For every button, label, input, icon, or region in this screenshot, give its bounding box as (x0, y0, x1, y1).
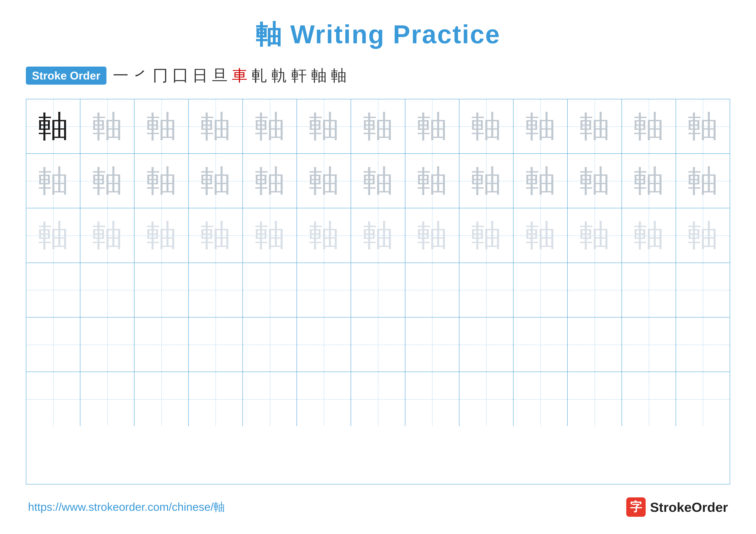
cell-2-2[interactable]: 軸 (80, 154, 134, 208)
char-1-10: 軸 (526, 111, 555, 141)
cell-5-2[interactable] (80, 318, 134, 371)
cell-3-7[interactable]: 軸 (351, 208, 405, 262)
cell-5-9[interactable] (459, 318, 514, 371)
char-3-6: 軸 (309, 220, 339, 250)
cell-5-3[interactable] (134, 318, 189, 371)
stroke-7: 車 (232, 65, 247, 86)
cell-3-12[interactable]: 軸 (622, 208, 676, 262)
cell-5-6[interactable] (297, 318, 351, 371)
cell-1-9[interactable]: 軸 (459, 99, 514, 153)
char-2-7: 軸 (363, 166, 393, 196)
cell-2-7[interactable]: 軸 (351, 154, 405, 208)
cell-6-9[interactable] (459, 372, 514, 426)
cell-6-8[interactable] (405, 372, 459, 426)
cell-1-12[interactable]: 軸 (622, 99, 676, 153)
char-2-8: 軸 (417, 166, 447, 196)
cell-6-10[interactable] (514, 372, 568, 426)
cell-5-1[interactable] (26, 318, 80, 371)
cell-5-5[interactable] (243, 318, 297, 371)
cell-2-12[interactable]: 軸 (622, 154, 676, 208)
cell-5-10[interactable] (514, 318, 568, 371)
cell-3-11[interactable]: 軸 (568, 208, 622, 262)
cell-3-1[interactable]: 軸 (26, 208, 80, 262)
cell-6-1[interactable] (26, 372, 80, 426)
cell-2-9[interactable]: 軸 (459, 154, 514, 208)
cell-3-3[interactable]: 軸 (134, 208, 189, 262)
char-1-13: 軸 (688, 111, 718, 141)
cell-6-12[interactable] (622, 372, 676, 426)
cell-1-4[interactable]: 軸 (189, 99, 243, 153)
cell-5-11[interactable] (568, 318, 622, 371)
cell-1-7[interactable]: 軸 (351, 99, 405, 153)
cell-6-2[interactable] (80, 372, 134, 426)
cell-3-8[interactable]: 軸 (405, 208, 459, 262)
cell-5-7[interactable] (351, 318, 405, 371)
char-2-9: 軸 (471, 166, 501, 196)
cell-4-12[interactable] (622, 263, 676, 317)
cell-6-3[interactable] (134, 372, 189, 426)
cell-1-1[interactable]: 軸 (26, 99, 80, 153)
grid-row-2: 軸 軸 軸 軸 軸 軸 軸 軸 軸 軸 軸 軸 軸 (26, 154, 730, 208)
stroke-5: 日 (192, 65, 208, 86)
cell-3-6[interactable]: 軸 (297, 208, 351, 262)
cell-3-4[interactable]: 軸 (189, 208, 243, 262)
cell-2-8[interactable]: 軸 (405, 154, 459, 208)
cell-4-10[interactable] (514, 263, 568, 317)
cell-1-2[interactable]: 軸 (80, 99, 134, 153)
cell-4-13[interactable] (676, 263, 730, 317)
cell-4-11[interactable] (568, 263, 622, 317)
cell-4-4[interactable] (189, 263, 243, 317)
cell-1-11[interactable]: 軸 (568, 99, 622, 153)
cell-5-4[interactable] (189, 318, 243, 371)
char-1-6: 軸 (309, 111, 339, 141)
cell-3-2[interactable]: 軸 (80, 208, 134, 262)
cell-6-11[interactable] (568, 372, 622, 426)
cell-2-4[interactable]: 軸 (189, 154, 243, 208)
cell-3-13[interactable]: 軸 (676, 208, 730, 262)
cell-5-13[interactable] (676, 318, 730, 371)
cell-1-5[interactable]: 軸 (243, 99, 297, 153)
cell-6-6[interactable] (297, 372, 351, 426)
grid-row-5 (26, 318, 730, 372)
practice-grid: 軸 軸 軸 軸 軸 軸 軸 軸 軸 軸 軸 軸 軸 軸 軸 軸 軸 軸 軸 軸 … (26, 99, 730, 484)
cell-3-10[interactable]: 軸 (514, 208, 568, 262)
cell-4-6[interactable] (297, 263, 351, 317)
cell-1-8[interactable]: 軸 (405, 99, 459, 153)
cell-2-1[interactable]: 軸 (26, 154, 80, 208)
char-3-13: 軸 (688, 220, 718, 250)
cell-2-11[interactable]: 軸 (568, 154, 622, 208)
cell-4-5[interactable] (243, 263, 297, 317)
cell-4-9[interactable] (459, 263, 514, 317)
cell-6-7[interactable] (351, 372, 405, 426)
cell-3-9[interactable]: 軸 (459, 208, 514, 262)
cell-5-8[interactable] (405, 318, 459, 371)
char-1-5: 軸 (255, 111, 285, 141)
cell-2-3[interactable]: 軸 (134, 154, 189, 208)
cell-2-13[interactable]: 軸 (676, 154, 730, 208)
cell-4-8[interactable] (405, 263, 459, 317)
cell-1-13[interactable]: 軸 (676, 99, 730, 153)
cell-1-3[interactable]: 軸 (134, 99, 189, 153)
cell-2-10[interactable]: 軸 (514, 154, 568, 208)
cell-2-6[interactable]: 軸 (297, 154, 351, 208)
stroke-6: 旦 (212, 65, 228, 86)
cell-5-12[interactable] (622, 318, 676, 371)
cell-4-1[interactable] (26, 263, 80, 317)
stroke-1: 一 (113, 65, 128, 86)
cell-1-10[interactable]: 軸 (514, 99, 568, 153)
strokeorder-logo-text: StrokeOrder (650, 499, 728, 515)
char-2-4: 軸 (201, 166, 230, 196)
cell-6-4[interactable] (189, 372, 243, 426)
cell-3-5[interactable]: 軸 (243, 208, 297, 262)
cell-4-2[interactable] (80, 263, 134, 317)
cell-4-7[interactable] (351, 263, 405, 317)
cell-1-6[interactable]: 軸 (297, 99, 351, 153)
char-1-8: 軸 (417, 111, 447, 141)
cell-6-5[interactable] (243, 372, 297, 426)
char-2-2: 軸 (92, 166, 122, 196)
cell-4-3[interactable] (134, 263, 189, 317)
footer-url[interactable]: https://www.strokeorder.com/chinese/軸 (28, 499, 225, 515)
cell-2-5[interactable]: 軸 (243, 154, 297, 208)
stroke-8: 軋 (252, 65, 267, 86)
cell-6-13[interactable] (676, 372, 730, 426)
